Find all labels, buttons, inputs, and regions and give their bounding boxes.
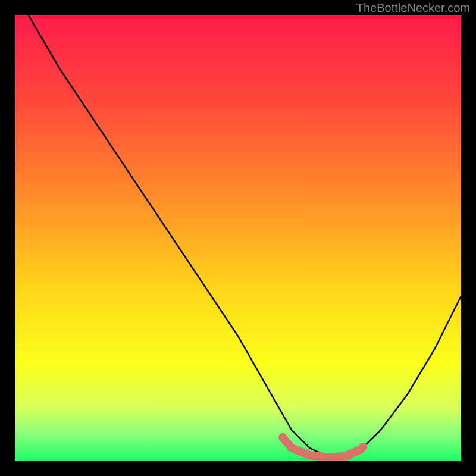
- optimal-zone-start-dot: [278, 433, 287, 441]
- bottleneck-chart: [15, 15, 461, 461]
- curve-overlay: [15, 15, 461, 461]
- bottleneck-curve-line: [29, 15, 462, 457]
- optimal-zone-end-dot: [359, 443, 367, 451]
- watermark-text: TheBottleNecker.com: [356, 1, 470, 15]
- optimal-zone-marker: [283, 437, 361, 458]
